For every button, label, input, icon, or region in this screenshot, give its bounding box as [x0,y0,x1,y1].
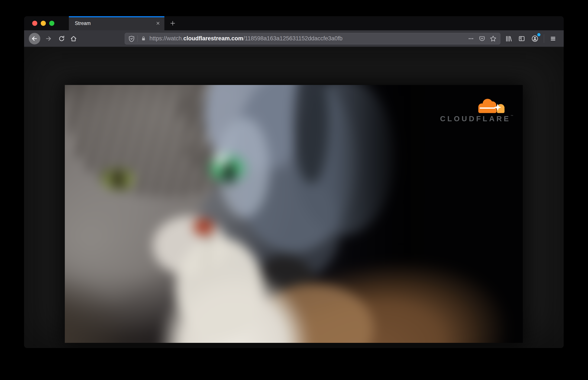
cloudflare-logo: CLOUDFLARE™ [440,97,511,123]
close-tab-button[interactable] [153,19,163,28]
cat-nose [192,217,215,236]
url-path: /118598a163a125631152ddaccfe3a0fb [243,35,343,42]
tracking-protection-shield-icon [128,36,135,42]
url-domain: cloudflarestream.com [183,35,243,42]
close-window-button[interactable] [32,21,37,26]
toolbar-right-cluster [502,33,559,45]
new-tab-button[interactable] [167,18,178,29]
bookmark-star-icon [490,35,497,42]
menu-hamburger-icon [550,35,556,42]
url-text[interactable]: https://watch.cloudflarestream.com/11859… [149,35,466,42]
tab-strip: Stream [24,16,564,30]
cloudflare-cloud-icon [475,97,509,113]
back-button[interactable] [29,33,40,44]
urlbar-divider [138,36,138,42]
navigation-toolbar: https://watch.cloudflarestream.com/11859… [24,30,564,47]
toolbar-divider [544,34,544,43]
page-actions-dots-icon [468,36,474,42]
url-bar[interactable]: https://watch.cloudflarestream.com/11859… [125,33,500,44]
close-tab-icon [156,21,160,26]
library-icon [505,35,512,42]
new-tab-plus-icon [170,20,176,26]
back-icon [31,35,38,42]
cloudflare-trademark: ™ [511,114,513,118]
forward-button[interactable] [42,33,54,45]
desktop-background: Stream [0,0,588,380]
forward-icon [45,35,52,42]
home-icon [70,35,77,42]
sidebar-button[interactable] [516,33,528,45]
page-actions-button[interactable] [466,34,476,43]
account-notification-dot [537,33,540,36]
video-frame-blurred-cat [65,85,523,343]
tab-stream[interactable]: Stream [69,16,164,30]
pocket-icon [479,36,485,42]
cat-right-pupil [222,161,235,184]
tracking-protection-button[interactable] [128,36,135,42]
minimize-window-button[interactable] [41,21,46,26]
tab-title: Stream [75,20,153,26]
bookmark-button[interactable] [488,34,498,43]
account-icon [531,35,538,42]
zoom-window-button[interactable] [49,21,54,26]
sidebar-icon [518,35,525,42]
lock-icon [140,36,146,42]
page-content: CLOUDFLARE™ [24,47,564,348]
window-controls [32,16,54,30]
library-button[interactable] [502,33,515,45]
home-button[interactable] [68,33,80,45]
reload-icon [58,35,65,42]
save-to-pocket-button[interactable] [477,34,487,43]
video-player[interactable]: CLOUDFLARE™ [65,85,523,343]
cat-chest-upper [176,238,263,340]
reload-button[interactable] [56,33,68,45]
menu-button[interactable] [547,33,559,45]
cloudflare-wordmark-text: CLOUDFLARE [440,114,511,123]
url-scheme-host: https://watch. [149,35,183,42]
browser-window: Stream [24,16,564,348]
